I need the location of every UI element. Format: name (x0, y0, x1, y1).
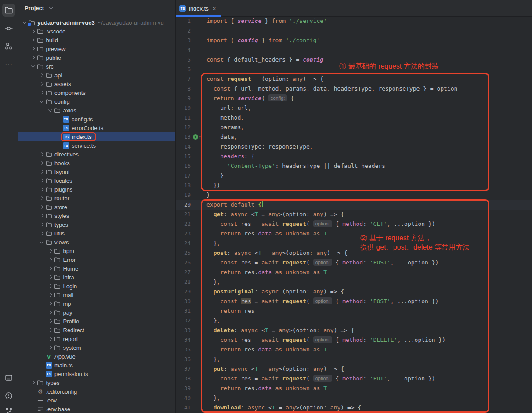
tree-item-service.ts[interactable]: TSservice.ts (18, 141, 175, 150)
bookmark-icon[interactable]: 1 (193, 134, 198, 140)
tree-item-preview[interactable]: preview (18, 44, 175, 53)
tree-item-plugins[interactable]: plugins (18, 185, 175, 194)
gutter[interactable] (191, 94, 206, 103)
tree-item-config.ts[interactable]: TSconfig.ts (18, 115, 175, 123)
line-number[interactable]: 39 (176, 384, 191, 393)
line-number[interactable]: 1 (176, 16, 191, 26)
line-number[interactable]: 4 (176, 45, 191, 55)
line-number[interactable]: 21 (176, 210, 191, 219)
chevron-down-icon[interactable] (38, 239, 45, 246)
line-number[interactable]: 15 (176, 152, 191, 161)
tree-item-views[interactable]: views (18, 238, 175, 246)
gutter[interactable] (191, 306, 206, 316)
line-number[interactable]: 9 (176, 94, 191, 103)
line-number[interactable]: 22 (176, 219, 191, 229)
tree-item-axios[interactable]: axios (18, 106, 175, 115)
line-number[interactable]: 34 (176, 335, 191, 345)
project-tool-button[interactable] (0, 3, 18, 18)
code-line-33[interactable]: 33 delete: async <T = any>(option: any) … (176, 326, 532, 335)
code-line-4[interactable]: 4 (176, 45, 532, 55)
line-number[interactable]: 17 (176, 171, 191, 181)
code-line-24[interactable]: 24 }, (176, 239, 532, 248)
line-number[interactable]: 10 (176, 103, 191, 113)
code-line-21[interactable]: 21 get: async <T = any>(option: any) => … (176, 210, 532, 219)
code-line-40[interactable]: 40 }, (176, 393, 532, 403)
code-line-12[interactable]: 12 params, (176, 123, 532, 132)
chevron-right-icon[interactable] (47, 265, 54, 272)
tree-item-Login[interactable]: Login (18, 282, 175, 290)
tree-item-report[interactable]: report (18, 334, 175, 343)
chevron-right-icon[interactable] (47, 283, 54, 290)
tree-item-Redirect[interactable]: Redirect (18, 326, 175, 334)
gutter[interactable] (191, 190, 206, 200)
line-number[interactable]: 3 (176, 36, 191, 45)
chevron-right-icon[interactable] (29, 379, 37, 386)
line-number[interactable]: 30 (176, 297, 191, 306)
tree-item-mall[interactable]: mall (18, 290, 175, 299)
chevron-right-icon[interactable] (47, 291, 54, 298)
tree-item-public[interactable]: public (18, 53, 175, 62)
chevron-down-icon[interactable] (47, 4, 54, 11)
tree-item-main.ts[interactable]: TSmain.ts (18, 361, 175, 370)
line-number[interactable]: 12 (176, 123, 191, 132)
commit-tool-button[interactable] (0, 22, 18, 37)
chevron-right-icon[interactable] (47, 335, 54, 342)
gutter[interactable] (191, 393, 206, 403)
line-number[interactable]: 23 (176, 229, 191, 239)
code-line-41[interactable]: 41 download: async <T = any>(option: any… (176, 403, 532, 413)
gutter[interactable] (191, 16, 206, 26)
gutter[interactable] (191, 364, 206, 374)
chevron-right-icon[interactable] (47, 344, 54, 351)
line-number[interactable]: 29 (176, 287, 191, 297)
tree-item-store[interactable]: store (18, 203, 175, 211)
gutter[interactable] (191, 55, 206, 65)
line-number[interactable]: 41 (176, 403, 191, 413)
line-number[interactable]: 8 (176, 84, 191, 94)
code-line-20[interactable]: 20export default { (176, 200, 532, 210)
code-line-10[interactable]: 10 url: url, (176, 103, 532, 113)
tree-item-api[interactable]: api (18, 71, 175, 80)
tree-item-.env[interactable]: .env (18, 396, 175, 405)
chevron-right-icon[interactable] (38, 159, 45, 167)
chevron-right-icon[interactable] (38, 168, 45, 175)
line-number[interactable]: 2 (176, 26, 191, 36)
line-number[interactable]: 16 (176, 161, 191, 171)
gutter[interactable] (191, 74, 206, 84)
tree-item-errorCode.ts[interactable]: TSerrorCode.ts (18, 123, 175, 132)
code-line-30[interactable]: 30 const res = await request( option: { … (176, 297, 532, 306)
line-number[interactable]: 14 (176, 142, 191, 152)
chevron-right-icon[interactable] (38, 72, 45, 79)
tree-item-index.ts[interactable]: TSindex.ts (18, 132, 175, 141)
line-number[interactable]: 35 (176, 345, 191, 355)
code-line-14[interactable]: 14 responseType: responseType, (176, 142, 532, 152)
line-number[interactable]: 36 (176, 355, 191, 364)
line-number[interactable]: 13 (176, 132, 191, 142)
line-number[interactable]: 6 (176, 65, 191, 74)
chevron-right-icon[interactable] (38, 186, 45, 193)
tree-item-layout[interactable]: layout (18, 167, 175, 176)
code-line-16[interactable]: 16 'Content-Type': headersType || defaul… (176, 161, 532, 171)
gutter[interactable] (191, 345, 206, 355)
gutter[interactable] (191, 239, 206, 248)
code-line-26[interactable]: 26 const res = await request( option: { … (176, 258, 532, 268)
code-line-37[interactable]: 37 put: async <T = any>(option: any) => … (176, 364, 532, 374)
gutter[interactable] (191, 316, 206, 326)
chevron-right-icon[interactable] (47, 326, 54, 333)
gutter[interactable] (191, 268, 206, 277)
gutter[interactable] (191, 123, 206, 132)
code-line-17[interactable]: 17 } (176, 171, 532, 181)
gutter[interactable] (191, 374, 206, 384)
code-editor[interactable]: 1import { service } from './service'23im… (176, 16, 532, 413)
gutter[interactable] (191, 277, 206, 287)
code-line-22[interactable]: 22 const res = await request( option: { … (176, 219, 532, 229)
code-line-19[interactable]: 19} (176, 190, 532, 200)
gutter[interactable] (191, 200, 206, 210)
tree-item-pay[interactable]: pay (18, 308, 175, 317)
line-number[interactable]: 28 (176, 277, 191, 287)
code-line-28[interactable]: 28 }, (176, 277, 532, 287)
chevron-right-icon[interactable] (38, 89, 45, 96)
code-line-38[interactable]: 38 const res = await request( option: { … (176, 374, 532, 384)
line-number[interactable]: 5 (176, 55, 191, 65)
chevron-right-icon[interactable] (47, 300, 54, 307)
tree-item-Error[interactable]: Error (18, 255, 175, 264)
